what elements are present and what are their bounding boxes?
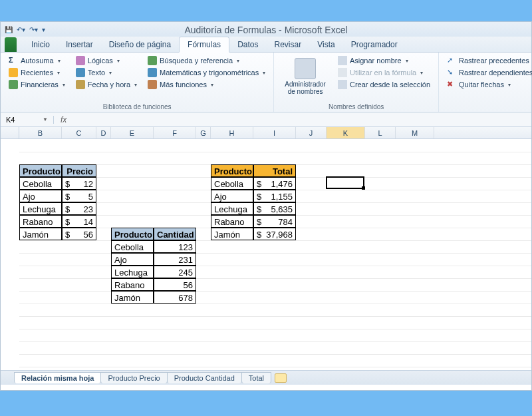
cell-E11[interactable]: Lechuga — [111, 266, 154, 278]
mas-funciones-button[interactable]: Más funciones▾ — [145, 79, 268, 90]
ribbon-tabs: Inicio Insertar Diseño de página Fórmula… — [1, 37, 531, 53]
name-manager-button[interactable]: Administrador de nombres — [279, 55, 331, 98]
cell-E8[interactable]: Producto — [111, 228, 154, 240]
tab-revisar[interactable]: Revisar — [266, 37, 309, 52]
group-label-biblioteca: Biblioteca de funciones — [6, 102, 268, 110]
texto-button[interactable]: Texto▾ — [73, 67, 140, 78]
select-all-corner[interactable] — [1, 127, 19, 138]
cell-C6[interactable]: $23 — [62, 202, 96, 215]
cell-F8[interactable]: Cantidad — [154, 228, 196, 240]
ribbon: ΣAutosuma▾ Recientes▾ Financieras▾ Lógic… — [1, 53, 531, 112]
tab-programador[interactable]: Programador — [343, 37, 406, 52]
cell-I5[interactable]: $1,155 — [253, 190, 296, 202]
cell-selection — [326, 176, 364, 189]
sheet-tab-cantidad[interactable]: Producto Cantidad — [167, 372, 242, 383]
formula-bar: K4▼ fx — [1, 112, 531, 127]
qat-save-icon[interactable]: 💾 — [5, 26, 13, 33]
cell-F13[interactable]: 678 — [154, 291, 196, 304]
recientes-button[interactable]: Recientes▾ — [6, 67, 68, 78]
cell-B4[interactable]: Cebolla — [19, 177, 62, 190]
worksheet-grid[interactable]: BCDEFGHIJKLM ProductoPrecioCebolla$12Ajo… — [1, 127, 531, 370]
name-box[interactable]: K4▼ — [1, 116, 54, 124]
cell-C5[interactable]: $5 — [62, 190, 96, 202]
cell-H5[interactable]: Ajo — [211, 190, 253, 202]
cell-I6[interactable]: $5,635 — [253, 202, 296, 215]
cell-E12[interactable]: Rabano — [111, 278, 154, 291]
sheet-tab-precio[interactable]: Producto Precio — [100, 372, 167, 383]
financieras-button[interactable]: Financieras▾ — [6, 79, 68, 90]
cell-C4[interactable]: $12 — [62, 177, 96, 190]
col-header-M[interactable]: M — [396, 127, 434, 138]
busqueda-button[interactable]: Búsqueda y referencia▾ — [145, 55, 268, 66]
cell-B5[interactable]: Ajo — [19, 190, 62, 202]
qat-undo-icon[interactable]: ↶▾ — [17, 26, 25, 33]
column-headers: BCDEFGHIJKLM — [1, 127, 531, 139]
sheet-tab-total[interactable]: Total — [241, 372, 271, 383]
matematicas-button[interactable]: Matemáticas y trigonométricas▾ — [145, 67, 268, 78]
tab-diseno[interactable]: Diseño de página — [101, 37, 179, 52]
cell-E13[interactable]: Jamón — [111, 291, 154, 304]
cell-I8[interactable]: $37,968 — [253, 228, 296, 240]
qat-redo-icon[interactable]: ↷▾ — [29, 26, 38, 33]
sheet-tab-relacion[interactable]: Relación misma hoja — [14, 372, 101, 383]
col-header-F[interactable]: F — [154, 127, 196, 138]
cell-I3[interactable]: Total — [253, 164, 296, 177]
cell-H8[interactable]: Jamón — [211, 228, 253, 240]
col-header-E[interactable]: E — [111, 127, 154, 138]
autosum-button[interactable]: ΣAutosuma▾ — [6, 55, 68, 66]
fx-label[interactable]: fx — [54, 115, 73, 124]
cell-B6[interactable]: Lechuga — [19, 202, 62, 215]
cell-E10[interactable]: Ajo — [111, 253, 154, 266]
cell-E9[interactable]: Cebolla — [111, 240, 154, 253]
col-header-J[interactable]: J — [296, 127, 327, 138]
col-header-K[interactable]: K — [327, 127, 365, 138]
cell-I7[interactable]: $784 — [253, 215, 296, 228]
cell-F10[interactable]: 231 — [154, 253, 196, 266]
col-header-C[interactable]: C — [62, 127, 96, 138]
tab-datos[interactable]: Datos — [229, 37, 266, 52]
quick-access-toolbar: 💾 ↶▾ ↷▾ ▾ — [1, 22, 531, 37]
cell-F12[interactable]: 56 — [154, 278, 196, 291]
tab-insertar[interactable]: Insertar — [58, 37, 101, 52]
fecha-button[interactable]: Fecha y hora▾ — [73, 79, 140, 90]
sheet-tabs: Relación misma hoja Producto Precio Prod… — [1, 370, 531, 385]
col-header-B[interactable]: B — [19, 127, 62, 138]
cell-F9[interactable]: 123 — [154, 240, 196, 253]
cell-B7[interactable]: Rabano — [19, 215, 62, 228]
col-header-H[interactable]: H — [211, 127, 253, 138]
cell-H4[interactable]: Cebolla — [211, 177, 253, 190]
rastrear-dependientes-button[interactable]: ➘Rastrear dependientes — [444, 67, 532, 78]
cell-C3[interactable]: Precio — [62, 164, 96, 177]
cell-C7[interactable]: $14 — [62, 215, 96, 228]
cell-F11[interactable]: 245 — [154, 266, 196, 278]
asignar-nombre-button[interactable]: Asignar nombre▾ — [335, 55, 433, 66]
tab-formulas[interactable]: Fórmulas — [179, 37, 229, 53]
cell-B8[interactable]: Jamón — [19, 228, 62, 240]
utilizar-formula-button: Utilizar en la fórmula▾ — [335, 67, 433, 78]
col-header-D[interactable]: D — [96, 127, 111, 138]
name-manager-icon — [295, 58, 316, 79]
col-header-I[interactable]: I — [253, 127, 296, 138]
new-sheet-button[interactable] — [275, 373, 287, 383]
cell-H3[interactable]: Producto — [211, 164, 253, 177]
logicas-button[interactable]: Lógicas▾ — [73, 55, 140, 66]
group-label-nombres: Nombres definidos — [279, 102, 433, 110]
tab-inicio[interactable]: Inicio — [23, 37, 58, 52]
quitar-flechas-button[interactable]: ✖Quitar flechas▾ — [444, 79, 532, 90]
cell-H6[interactable]: Lechuga — [211, 202, 253, 215]
cell-C8[interactable]: $56 — [62, 228, 96, 240]
qat-customize-icon[interactable]: ▾ — [42, 26, 45, 33]
crear-seleccion-button[interactable]: Crear desde la selección — [335, 79, 433, 90]
file-tab[interactable] — [5, 37, 17, 52]
rastrear-precedentes-button[interactable]: ➚Rastrear precedentes — [444, 55, 532, 66]
tab-vista[interactable]: Vista — [309, 37, 342, 52]
col-header-L[interactable]: L — [365, 127, 396, 138]
cell-I4[interactable]: $1,476 — [253, 177, 296, 190]
cell-B3[interactable]: Producto — [19, 164, 62, 177]
col-header-G[interactable]: G — [196, 127, 211, 138]
excel-window: Auditoría de Formulas - Microsoft Excel … — [0, 21, 532, 391]
cell-H7[interactable]: Rabano — [211, 215, 253, 228]
